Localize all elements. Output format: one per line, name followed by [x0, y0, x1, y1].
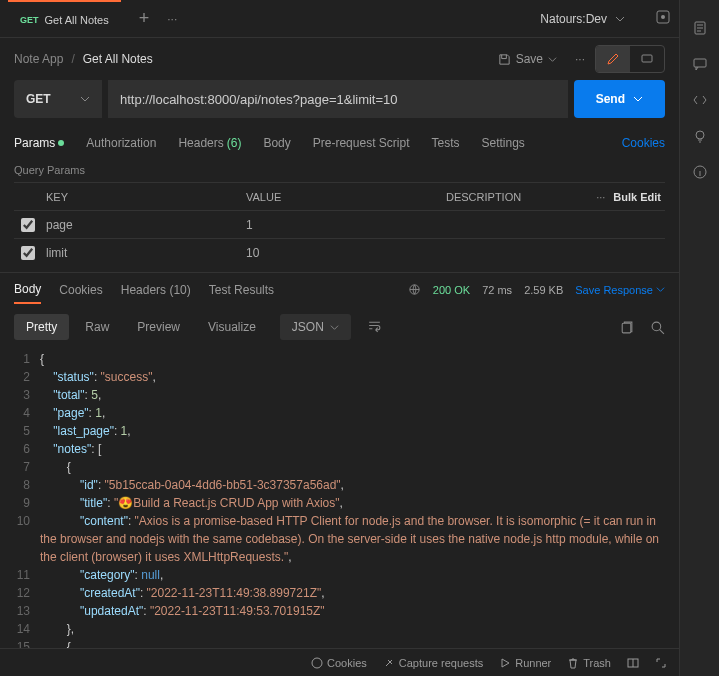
breadcrumb-collection[interactable]: Note App [14, 52, 63, 66]
expand-icon[interactable] [655, 657, 667, 669]
view-pretty[interactable]: Pretty [14, 314, 69, 340]
cookie-icon [311, 657, 323, 669]
lightbulb-icon[interactable] [692, 128, 708, 144]
comments-icon[interactable] [692, 56, 708, 72]
tab-more-icon[interactable]: ··· [167, 12, 177, 26]
environment-selector[interactable]: Natours:Dev [528, 12, 637, 26]
chevron-down-icon [80, 94, 90, 104]
response-time: 72 ms [482, 284, 512, 296]
params-table: KEY VALUE DESCRIPTION ··· Bulk Edit page… [0, 182, 679, 266]
col-description: DESCRIPTION [442, 191, 588, 203]
request-tab[interactable]: GET Get All Notes [8, 0, 121, 37]
chevron-down-icon [548, 55, 557, 64]
save-icon [498, 53, 511, 66]
play-icon [499, 657, 511, 669]
status-code: 200 OK [433, 284, 470, 296]
context-bar [679, 0, 719, 676]
param-checkbox[interactable] [21, 246, 35, 260]
col-key: KEY [42, 191, 242, 203]
request-tabs: Params Authorization Headers (6) Body Pr… [0, 128, 679, 158]
tab-params[interactable]: Params [14, 136, 64, 150]
tab-settings[interactable]: Settings [482, 136, 525, 150]
footer-trash[interactable]: Trash [567, 657, 611, 669]
bulk-edit-button[interactable]: Bulk Edit [613, 191, 665, 203]
two-pane-icon[interactable] [627, 657, 639, 669]
resp-tab-tests[interactable]: Test Results [209, 283, 274, 297]
copy-icon[interactable] [619, 320, 634, 335]
resp-tab-cookies[interactable]: Cookies [59, 283, 102, 297]
view-preview[interactable]: Preview [125, 314, 192, 340]
info-icon[interactable] [692, 164, 708, 180]
response-body[interactable]: 1{2 "status": "success",3 "total": 5,4 "… [0, 348, 679, 648]
chevron-down-icon [615, 14, 625, 24]
resp-tab-headers[interactable]: Headers (10) [121, 283, 191, 297]
breadcrumb: Note App / Get All Notes Save ··· [0, 38, 679, 80]
chevron-down-icon [330, 323, 339, 332]
cookies-link[interactable]: Cookies [622, 136, 665, 150]
view-visualize[interactable]: Visualize [196, 314, 268, 340]
svg-point-10 [696, 131, 704, 139]
svg-point-5 [652, 322, 661, 331]
svg-rect-2 [642, 55, 652, 62]
footer-runner[interactable]: Runner [499, 657, 551, 669]
status-bar: Cookies Capture requests Runner Trash [0, 648, 679, 676]
svg-point-6 [312, 658, 322, 668]
view-raw[interactable]: Raw [73, 314, 121, 340]
trash-icon [567, 657, 579, 669]
param-row: limit 10 [14, 238, 665, 266]
query-params-label: Query Params [0, 158, 679, 182]
param-row: page 1 [14, 210, 665, 238]
globe-icon[interactable] [408, 283, 421, 296]
view-bar: Pretty Raw Preview Visualize JSON [0, 306, 679, 348]
format-selector[interactable]: JSON [280, 314, 351, 340]
satellite-icon [383, 657, 395, 669]
param-value[interactable]: 1 [242, 218, 442, 232]
response-tabs: Body Cookies Headers (10) Test Results 2… [0, 272, 679, 306]
save-button[interactable]: Save [490, 47, 565, 71]
code-icon[interactable] [692, 92, 708, 108]
svg-point-1 [661, 15, 665, 19]
edit-mode-button[interactable] [596, 46, 630, 72]
send-button[interactable]: Send [574, 80, 665, 118]
url-input[interactable] [108, 80, 568, 118]
tab-prerequest[interactable]: Pre-request Script [313, 136, 410, 150]
new-tab-button[interactable]: + [131, 8, 158, 29]
svg-rect-9 [694, 59, 706, 67]
params-more-icon[interactable]: ··· [588, 191, 613, 203]
param-value[interactable]: 10 [242, 246, 442, 260]
resp-tab-body[interactable]: Body [14, 282, 41, 304]
pencil-icon [606, 52, 620, 66]
environment-quick-look-icon[interactable] [655, 9, 671, 28]
response-size: 2.59 KB [524, 284, 563, 296]
footer-capture[interactable]: Capture requests [383, 657, 483, 669]
breadcrumb-current: Get All Notes [83, 52, 153, 66]
documentation-icon[interactable] [692, 20, 708, 36]
tab-body[interactable]: Body [263, 136, 290, 150]
tab-headers[interactable]: Headers (6) [178, 136, 241, 150]
wrap-lines-icon[interactable] [361, 312, 388, 342]
comment-mode-button[interactable] [630, 46, 664, 72]
tab-tests[interactable]: Tests [431, 136, 459, 150]
environment-name: Natours:Dev [540, 12, 607, 26]
method-selector[interactable]: GET [14, 80, 102, 118]
breadcrumb-separator: / [71, 52, 74, 66]
tab-bar: GET Get All Notes + ··· Natours:Dev [0, 0, 679, 38]
param-key[interactable]: limit [42, 246, 242, 260]
chevron-down-icon [656, 285, 665, 294]
tab-authorization[interactable]: Authorization [86, 136, 156, 150]
comment-icon [640, 52, 654, 66]
tab-title: Get All Notes [45, 14, 109, 26]
param-checkbox[interactable] [21, 218, 35, 232]
footer-cookies[interactable]: Cookies [311, 657, 367, 669]
search-icon[interactable] [650, 320, 665, 335]
param-key[interactable]: page [42, 218, 242, 232]
col-value: VALUE [242, 191, 442, 203]
chevron-down-icon [633, 94, 643, 104]
tab-method: GET [20, 15, 39, 25]
more-options-icon[interactable]: ··· [575, 52, 585, 66]
svg-rect-4 [622, 323, 631, 333]
save-response-button[interactable]: Save Response [575, 284, 665, 296]
